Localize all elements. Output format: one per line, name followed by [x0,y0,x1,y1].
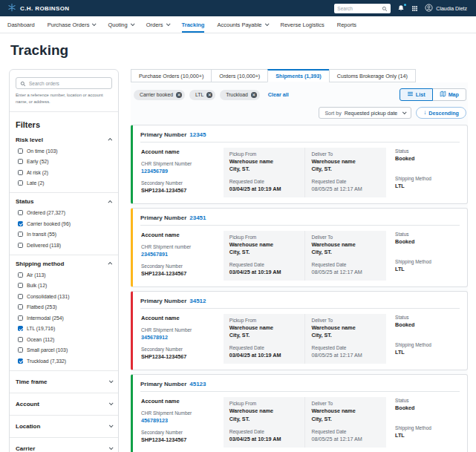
orders-search-input[interactable] [29,81,108,86]
primary-number-label: Primary Number [140,214,186,221]
close-icon[interactable]: ✕ [206,92,212,98]
chevron-down-icon [131,22,135,26]
filter-option-late[interactable]: Late (2) [18,180,112,186]
nav-item-tracking[interactable]: Tracking [182,16,205,33]
filter-option-ordered[interactable]: Ordered (27,327) [18,210,112,215]
shipment-card[interactable]: Primary Number 34512 Account name CHR Sh… [131,291,468,370]
apps-grid-icon[interactable] [411,5,418,12]
status-value: Booked [395,321,460,328]
checkbox[interactable] [18,315,23,321]
nav-item-quoting[interactable]: Quoting [108,16,133,33]
checkbox[interactable] [18,326,23,331]
checkbox[interactable] [18,148,23,154]
filter-option-at-risk[interactable]: At risk (2) [18,170,112,175]
card-header: Primary Number 45123 [140,379,460,392]
checkbox[interactable] [18,337,23,342]
clear-all-link[interactable]: Clear all [268,91,289,98]
nav-item-purchase-orders[interactable]: Purchase Orders [48,16,96,33]
filter-option-on-time[interactable]: On time (103) [18,148,112,154]
filter-option-consolidated[interactable]: Consolidated (131) [18,294,112,299]
filter-option-small-parcel[interactable]: Small parcel (103) [18,347,112,353]
filter-section-header[interactable]: Status [16,198,112,205]
nav-item-reverse-logistics[interactable]: Reverse Logistics [281,16,325,33]
chevron-down-icon [264,22,269,26]
checkbox[interactable] [18,347,23,353]
status-value: Booked [395,404,460,411]
filter-section-header[interactable]: Carrier [16,445,112,452]
chr-shipment-number-link[interactable]: 456789123 [141,417,219,424]
notifications-bell-icon[interactable] [397,4,405,12]
status-column: Status Booked Shipping Method LTL [386,148,460,197]
chr-shipment-number-link[interactable]: 234567891 [141,251,219,258]
filter-option-carrier-booked[interactable]: Carrier booked (96) [18,221,112,226]
close-icon[interactable]: ✕ [251,92,257,98]
checkbox[interactable] [18,294,23,299]
checkbox[interactable] [18,170,23,175]
nav-item-accounts-payable[interactable]: Accounts Payable [217,16,267,33]
account-name: Account name [141,148,219,155]
shipment-card[interactable]: Primary Number 23451 Account name CHR Sh… [131,208,468,287]
checkbox[interactable] [18,283,23,288]
filter-option-early[interactable]: Early (52) [18,159,112,164]
sort-direction-button[interactable]: ↓ Descending [416,107,466,119]
checkbox[interactable] [18,180,23,186]
checkbox[interactable] [18,243,23,248]
filter-section-header[interactable]: Account [16,401,112,407]
chr-shipment-number-link[interactable]: 345678912 [141,334,219,341]
checkbox[interactable] [18,358,23,364]
filter-option-delivered[interactable]: Delivered (118) [18,243,112,248]
filter-option-ocean[interactable]: Ocean (112) [18,337,112,342]
close-icon[interactable]: ✕ [176,92,182,98]
sort-by-select[interactable]: Sort by Requested pickup date [319,107,411,119]
checkbox[interactable] [18,232,23,237]
filter-option-in-transit[interactable]: In transit (55) [18,232,112,237]
user-menu[interactable]: Claudia Dietz [425,1,467,15]
shipping-method-value: LTL [395,432,460,439]
primary-number-link[interactable]: 45123 [189,381,206,387]
filter-option-truckload[interactable]: Truckload (7,332) [18,358,112,364]
filter-option-label: Intermodal (254) [27,315,64,321]
filter-option-flatbed[interactable]: Flatbed (253) [18,304,112,309]
nav-item-reports[interactable]: Reports [337,16,356,33]
map-view-button[interactable]: Map [432,88,466,101]
checkbox[interactable] [18,210,23,215]
brand[interactable]: C.H. ROBINSON [7,1,70,15]
primary-number-link[interactable]: 34512 [189,298,206,304]
global-search-input[interactable] [337,6,382,11]
nav-item-dashboard[interactable]: Dashboard [7,16,35,33]
tracking-content: Purchase Orders (10,000+)Orders (10,000+… [131,69,468,452]
list-view-button[interactable]: List [400,88,433,101]
primary-number-link[interactable]: 23451 [189,214,206,221]
tab-customs-brokerage-only[interactable]: Customs Brokerage Only (14) [329,69,416,82]
checkbox[interactable] [18,221,23,226]
shipment-card[interactable]: Primary Number 12345 Account name CHR Sh… [131,125,468,204]
filter-section-header[interactable]: Time frame [16,379,112,385]
tab-purchase-orders[interactable]: Purchase Orders (10,000+) [131,69,212,82]
checkbox[interactable] [18,159,23,164]
tab-orders[interactable]: Orders (10,000+) [211,69,268,82]
chr-shipment-number-link[interactable]: 123456789 [141,168,219,174]
filter-section-header[interactable]: Location [16,423,112,430]
deliver-to-label: Deliver To [311,401,380,406]
secondary-number-value: SHP1234-1234567 [141,270,219,277]
filter-section-header[interactable]: Risk level [16,137,112,143]
pickup-from-label: Pickup From [229,151,299,157]
tab-shipments[interactable]: Shipments (1,393) [267,69,330,82]
deliver-requested-date-value: 08/05/25 at 12:17 AM [311,269,380,275]
filter-option-air[interactable]: Air (113) [18,272,112,278]
filter-section-header[interactable]: Shipping method [16,261,112,267]
filter-option-bulk[interactable]: Bulk (12) [18,283,112,288]
filter-option-ltl[interactable]: LTL (19,716) [18,326,112,331]
nav-item-orders[interactable]: Orders [146,16,169,33]
filter-option-label: On time (103) [27,148,58,154]
pickup-requested-date-label: Requested Date [229,345,299,350]
filter-chip-truckload: Truckload ✕ [220,90,260,100]
checkbox[interactable] [18,304,23,309]
sort-direction-label: Descending [428,110,459,117]
filter-option-intermodal[interactable]: Intermodal (254) [18,315,112,321]
shipment-card[interactable]: Primary Number 45123 Account name CHR Sh… [131,374,468,452]
checkbox[interactable] [18,272,23,278]
search-icon[interactable] [382,1,388,15]
deliver-column: Deliver To Warehouse name City, ST. Requ… [304,397,386,447]
primary-number-link[interactable]: 12345 [189,131,206,138]
